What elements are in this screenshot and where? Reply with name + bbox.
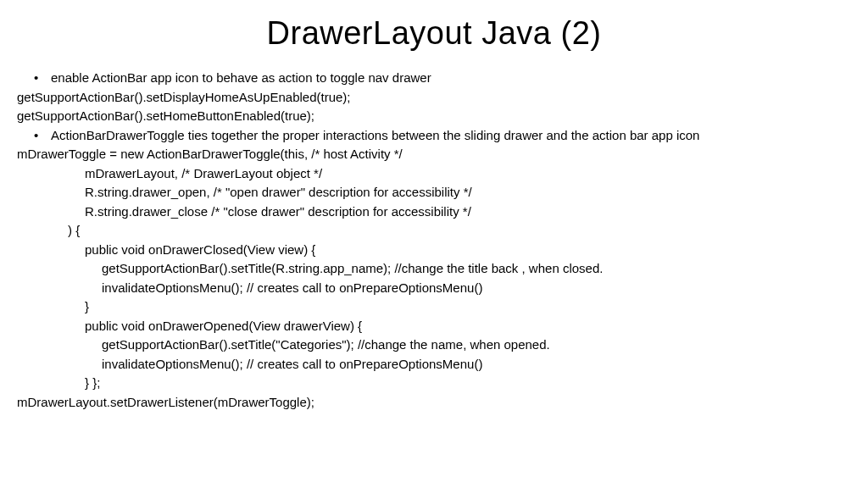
code-line: mDrawerToggle = new ActionBarDrawerToggl…: [17, 145, 851, 164]
code-line: invalidateOptionsMenu(); // creates call…: [17, 355, 851, 374]
bullet-dot-icon: •: [34, 69, 51, 88]
slide-title: DrawerLayout Java (2): [17, 15, 851, 52]
code-line: getSupportActionBar().setTitle(R.string.…: [17, 259, 851, 279]
code-line: R.string.drawer_close /* "close drawer" …: [17, 202, 851, 222]
code-line: R.string.drawer_open, /* "open drawer" d…: [17, 183, 851, 202]
code-line: getSupportActionBar().setDisplayHomeAsUp…: [17, 88, 851, 108]
bullet-dot-icon: •: [34, 126, 51, 146]
code-line: public void onDrawerClosed(View view) {: [17, 241, 851, 260]
code-line: getSupportActionBar().setTitle("Categori…: [17, 336, 851, 355]
slide-body: • enable ActionBar app icon to behave as…: [17, 69, 851, 412]
code-line: ) {: [17, 221, 851, 241]
bullet-text: ActionBarDrawerToggle ties together the …: [51, 126, 699, 146]
code-line: }: [17, 297, 851, 317]
bullet-item: • ActionBarDrawerToggle ties together th…: [17, 126, 851, 146]
code-line: getSupportActionBar().setHomeButtonEnabl…: [17, 107, 851, 126]
code-line: mDrawerLayout, /* DrawerLayout object */: [17, 164, 851, 184]
code-line: mDrawerLayout.setDrawerListener(mDrawerT…: [17, 393, 851, 413]
code-line: public void onDrawerOpened(View drawerVi…: [17, 317, 851, 336]
bullet-text: enable ActionBar app icon to behave as a…: [51, 69, 431, 88]
bullet-item: • enable ActionBar app icon to behave as…: [17, 69, 851, 88]
code-line: } };: [17, 374, 851, 393]
code-line: invalidateOptionsMenu(); // creates call…: [17, 279, 851, 298]
